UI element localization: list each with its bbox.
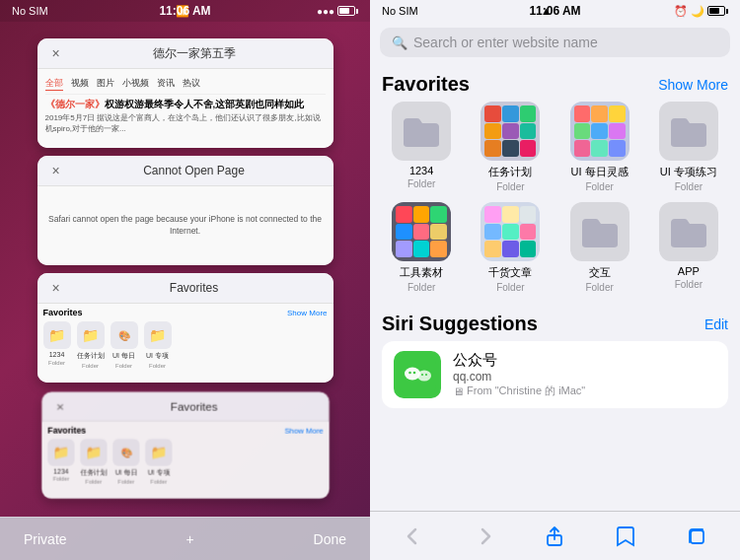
folder-svg-interaction	[580, 215, 620, 249]
fav-item-tools[interactable]: 工具素材 Folder	[382, 202, 461, 293]
search-icon: 🔍	[392, 35, 407, 50]
folder-apps-tools	[392, 202, 451, 261]
bookmarks-button[interactable]	[608, 519, 643, 554]
favorites-show-more[interactable]: Show More	[658, 77, 728, 93]
tab-headline: 《德尔一家》权游权游最终季令人不舍,这部英剧也同样如此	[45, 99, 326, 110]
folder-apps-articles	[481, 202, 540, 261]
fav-sublabel-interaction: Folder	[585, 282, 613, 293]
forward-button[interactable]	[467, 519, 502, 554]
tab-fav-title2: Favorites	[47, 426, 86, 436]
done-button[interactable]: Done	[314, 531, 346, 547]
right-panel: No SIM ▲ 11:06 AM ⏰ 🌙 🔍 Search or enter …	[370, 0, 740, 560]
tab-close-fav2[interactable]: ×	[51, 397, 68, 414]
share-button[interactable]	[537, 519, 572, 554]
tabs-button[interactable]	[679, 519, 714, 554]
tab-nav-video[interactable]: 视频	[71, 77, 89, 91]
left-signal-icon: ●●●	[317, 6, 334, 17]
tab-nav-all[interactable]: 全部	[45, 77, 63, 91]
search-input[interactable]: Search or enter website name	[413, 35, 598, 50]
fav-mini-icon-uipro: 📁	[144, 321, 172, 349]
siri-section: Siri Suggestions Edit	[382, 303, 728, 418]
tab-close-fav1[interactable]: ×	[47, 279, 65, 297]
right-status-bar: No SIM ▲ 11:06 AM ⏰ 🌙	[370, 0, 740, 22]
svg-point-3	[408, 372, 411, 375]
fav-mini-uipro: 📁 UI 专项 Folder	[144, 321, 172, 369]
tab-nav-hot[interactable]: 热议	[183, 77, 200, 91]
right-battery-icon	[707, 6, 728, 16]
tab-card-favorites2[interactable]: × Favorites Favorites Show More 📁 1234 F…	[41, 392, 329, 499]
search-bar-container: 🔍 Search or enter website name	[370, 22, 740, 63]
fav-item-ui-pro[interactable]: UI 专项练习 Folder	[649, 102, 728, 192]
fav-label-tools: 工具素材	[400, 265, 443, 280]
folder-svg-app	[669, 215, 708, 249]
fav-icon-ui-daily	[570, 102, 629, 161]
favorites-title: Favorites	[382, 73, 470, 96]
left-time: 11:06 AM	[159, 4, 210, 18]
fav2-mini-task: 📁 任务计划 Folder	[80, 439, 107, 485]
tab-title-article: 德尔一家第五季	[65, 45, 324, 62]
tab-fav-grid1: 📁 1234 Folder 📁 任务计划 Folder 🎨 UI 每日 Fold…	[43, 321, 328, 369]
tab-title-fav2: Favorites	[68, 399, 319, 413]
svg-point-4	[413, 372, 416, 375]
fav-mini-icon-task: 📁	[77, 321, 105, 349]
fav-item-1234[interactable]: 1234 Folder	[382, 102, 461, 192]
left-status-bar: No SIM 📶 11:06 AM ●●●	[0, 0, 370, 22]
tab-body-error: Safari cannot open the page because your…	[37, 186, 333, 265]
tab-card-article[interactable]: × 德尔一家第五季 全部 视频 图片 小视频 资讯 热议 《德尔一家》权游权游最…	[37, 38, 333, 148]
fav-label-task: 任务计划	[488, 165, 532, 179]
fav-item-ui-daily[interactable]: UI 每日灵感 Folder	[560, 102, 639, 192]
fav-label-interaction: 交互	[589, 265, 611, 280]
fav-label-ui-pro: UI 专项练习	[660, 165, 717, 179]
folder-svg-1234	[402, 114, 441, 149]
fav-mini-ui: 🎨 UI 每日 Folder	[111, 321, 138, 369]
fav-mini-icon-1234: 📁	[43, 321, 71, 349]
fav2-mini-icon-1234: 📁	[47, 439, 74, 465]
tab-card-error[interactable]: × Cannot Open Page Safari cannot open th…	[37, 156, 333, 265]
folder-apps-task	[481, 102, 540, 161]
fav-mini-1234: 📁 1234 Folder	[43, 321, 71, 369]
right-alarm-icon: ⏰	[674, 5, 688, 18]
fav-item-articles[interactable]: 千货文章 Folder	[471, 202, 550, 293]
fav-mini-icon-ui: 🎨	[111, 321, 138, 349]
right-status-icons: ⏰ 🌙	[674, 5, 728, 18]
siri-edit-button[interactable]: Edit	[704, 316, 728, 332]
tab-fav-showmore2[interactable]: Show More	[284, 426, 323, 435]
tab-nav-pic[interactable]: 图片	[97, 77, 114, 91]
right-dnd-icon: 🌙	[691, 5, 704, 18]
siri-app-url: qq.com	[453, 370, 716, 384]
share-icon	[544, 525, 565, 547]
fav-icon-tools	[392, 202, 451, 261]
back-button[interactable]	[396, 519, 431, 554]
siri-suggestion-item[interactable]: 公众号 qq.com 🖥 From "Christine 的 iMac"	[382, 341, 728, 408]
fav2-mini-icon-ui: 🎨	[112, 439, 139, 465]
fav-icon-ui-pro	[659, 102, 718, 161]
tab-body-fav2: Favorites Show More 📁 1234 Folder 📁 任务计划…	[41, 422, 329, 499]
left-panel: No SIM 📶 11:06 AM ●●● × 德尔一家第五季 全部 视频 图片	[0, 0, 370, 560]
tab-title-error: Cannot Open Page	[65, 164, 324, 177]
fav-item-interaction[interactable]: 交互 Folder	[560, 202, 639, 293]
right-time: 11:06 AM	[529, 4, 580, 18]
private-button[interactable]: Private	[24, 531, 67, 547]
tab-close-error[interactable]: ×	[47, 162, 65, 179]
tab-card-favorites1[interactable]: × Favorites Favorites Show More 📁 1234 F…	[37, 273, 333, 383]
fav2-mini-icon-task: 📁	[80, 439, 107, 465]
tab-body-fav1: Favorites Show More 📁 1234 Folder 📁 任务计划…	[37, 304, 333, 383]
tab-fav-header2: Favorites Show More	[47, 426, 323, 436]
fav-icon-app	[659, 202, 718, 261]
tab-nav-info[interactable]: 资讯	[157, 77, 175, 91]
right-carrier: No SIM	[382, 5, 418, 17]
tab-nav-short[interactable]: 小视频	[122, 77, 149, 91]
tab-close-article[interactable]: ×	[47, 44, 65, 62]
fav-item-app[interactable]: APP Folder	[649, 202, 728, 293]
left-carrier: No SIM	[12, 5, 48, 17]
fav-item-task[interactable]: 任务计划 Folder	[471, 102, 550, 192]
fav-icon-task	[481, 102, 540, 161]
tab-fav-header1: Favorites Show More	[43, 308, 328, 317]
add-tab-button[interactable]: +	[185, 531, 193, 547]
tab-fav-showmore1[interactable]: Show More	[287, 309, 327, 317]
favorites-section-header: Favorites Show More	[382, 63, 728, 102]
search-bar[interactable]: 🔍 Search or enter website name	[380, 28, 730, 57]
fav-sublabel-articles: Folder	[496, 282, 524, 293]
fav-sublabel-ui-daily: Folder	[585, 181, 613, 192]
fav-label-ui-daily: UI 每日灵感	[571, 165, 629, 179]
